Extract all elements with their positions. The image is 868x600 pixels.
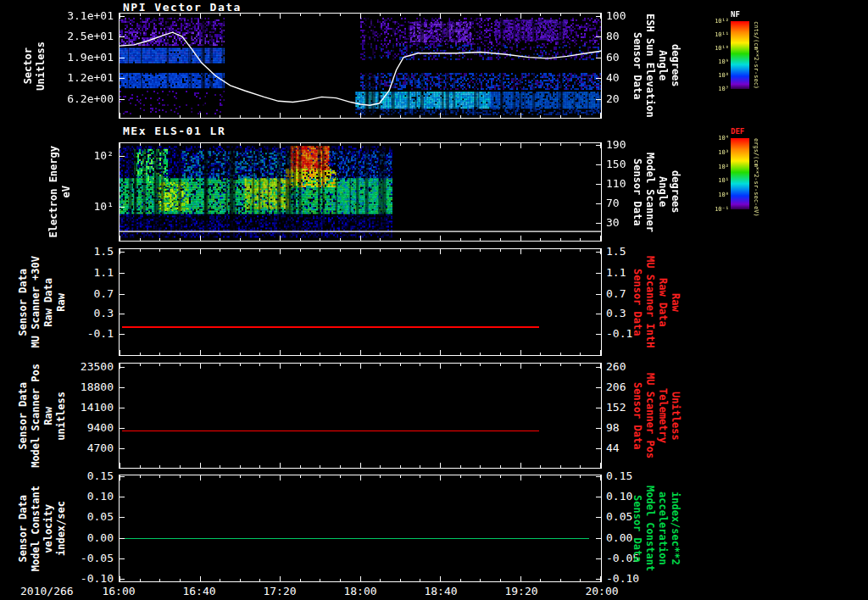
x-tick bbox=[440, 576, 441, 581]
x-tick bbox=[440, 364, 441, 369]
y-tick bbox=[120, 314, 125, 314]
x-tick bbox=[360, 463, 361, 468]
y-axis-label-npi: SectorUnitless bbox=[22, 13, 47, 119]
right-axis-label-els: Sensor DataModel ScannerAngledegrees bbox=[632, 142, 682, 242]
x-tick bbox=[240, 115, 241, 118]
x-tick bbox=[400, 14, 401, 16]
x-tick bbox=[280, 143, 281, 148]
x-tick bbox=[380, 364, 381, 366]
x-tick bbox=[520, 576, 521, 581]
y-axis-label-line: unitless bbox=[55, 392, 67, 441]
y-tick bbox=[596, 497, 601, 497]
y-axis-tick-label: 18800 bbox=[81, 381, 114, 393]
x-tick bbox=[360, 14, 361, 19]
x-tick bbox=[320, 475, 320, 478]
right-axis-tick-label: 150 bbox=[606, 158, 626, 170]
y-tick bbox=[120, 579, 125, 580]
x-tick bbox=[220, 238, 220, 241]
right-axis-tick-label: -0.1 bbox=[606, 327, 632, 340]
y-tick bbox=[120, 58, 125, 58]
x-axis-time-label: 18:00 bbox=[343, 585, 376, 597]
x-tick bbox=[440, 475, 441, 481]
x-tick bbox=[540, 115, 541, 118]
x-tick bbox=[300, 143, 301, 146]
x-tick bbox=[380, 353, 381, 355]
y-tick bbox=[596, 252, 601, 253]
x-tick bbox=[259, 364, 260, 366]
y-tick bbox=[120, 99, 125, 100]
y-tick bbox=[596, 36, 601, 37]
y-axis-label-line: MU Scanner +30V bbox=[30, 256, 42, 347]
x-tick bbox=[360, 364, 361, 369]
y-tick bbox=[120, 387, 125, 388]
x-tick bbox=[259, 465, 260, 468]
x-tick bbox=[300, 353, 301, 355]
x-tick bbox=[340, 353, 341, 355]
y-tick bbox=[596, 145, 601, 146]
x-tick bbox=[320, 364, 320, 366]
x-tick bbox=[259, 353, 260, 355]
x-tick bbox=[580, 465, 581, 468]
x-tick bbox=[360, 475, 361, 481]
y-tick bbox=[596, 58, 601, 58]
colorbar-tick-label: 10⁰ bbox=[718, 192, 729, 198]
y-axis-label-line: Sector bbox=[22, 47, 34, 84]
x-tick bbox=[380, 238, 381, 241]
x-tick bbox=[220, 143, 220, 146]
y-tick bbox=[120, 367, 125, 368]
y-tick bbox=[120, 476, 125, 477]
x-tick bbox=[200, 113, 201, 118]
x-tick bbox=[140, 465, 141, 468]
y-axis-tick-label: 0.00 bbox=[87, 531, 114, 544]
y-tick bbox=[596, 367, 601, 368]
y-axis-label-els: Electron EnergyeV bbox=[47, 142, 72, 242]
colorbar-unit-label: ergs/(cm**2-sr-sec-eV) bbox=[753, 138, 760, 230]
x-tick bbox=[400, 238, 401, 241]
y-tick bbox=[596, 164, 601, 165]
x-axis-time-label: 19:20 bbox=[504, 585, 537, 597]
x-tick bbox=[520, 249, 521, 254]
y-tick bbox=[596, 387, 601, 388]
x-tick bbox=[240, 353, 241, 355]
right-axis-tick-label: 190 bbox=[606, 138, 626, 151]
x-tick bbox=[420, 364, 420, 366]
x-tick bbox=[220, 353, 220, 355]
x-tick bbox=[600, 350, 601, 355]
x-tick bbox=[280, 113, 281, 118]
colorbar-tick-label: 10¹⁰ bbox=[715, 45, 729, 52]
colorbar-tick-label: 10⁸ bbox=[718, 72, 729, 79]
x-tick bbox=[340, 115, 341, 118]
x-tick bbox=[540, 14, 541, 16]
x-tick bbox=[220, 364, 220, 366]
x-tick bbox=[300, 115, 301, 118]
x-tick bbox=[259, 579, 260, 581]
right-axis-label-line: Sensor Data bbox=[632, 269, 643, 336]
right-axis-label-line: Model Constant bbox=[644, 486, 656, 571]
y-axis-label-line: Sensor Data bbox=[17, 495, 29, 562]
right-axis-label-line: ESH Sun Elevation bbox=[644, 14, 656, 118]
data-line-mu-scanner-30v bbox=[122, 326, 540, 328]
colorbar-tick-label: 10⁹ bbox=[718, 58, 729, 65]
y-axis-tick-label: 0.7 bbox=[94, 287, 114, 300]
x-tick bbox=[480, 14, 481, 16]
x-tick bbox=[480, 465, 481, 468]
x-tick bbox=[159, 143, 160, 146]
right-axis-label-line: degrees bbox=[670, 44, 682, 87]
x-tick bbox=[540, 475, 541, 478]
x-tick bbox=[500, 249, 501, 252]
x-tick bbox=[280, 576, 281, 581]
x-tick bbox=[340, 249, 341, 252]
x-tick bbox=[340, 579, 341, 581]
x-tick bbox=[380, 249, 381, 252]
x-tick bbox=[240, 475, 241, 478]
x-tick bbox=[560, 115, 561, 118]
y-axis-label-line: eV bbox=[60, 186, 72, 197]
x-tick bbox=[500, 465, 501, 468]
y-tick bbox=[596, 78, 601, 79]
x-tick bbox=[180, 115, 181, 118]
right-axis-label-line: Sensor Data bbox=[632, 495, 643, 562]
x-tick bbox=[500, 364, 501, 366]
x-tick bbox=[420, 238, 420, 241]
x-tick bbox=[140, 249, 141, 252]
y-axis-tick-label: 1.9e+01 bbox=[67, 51, 114, 64]
